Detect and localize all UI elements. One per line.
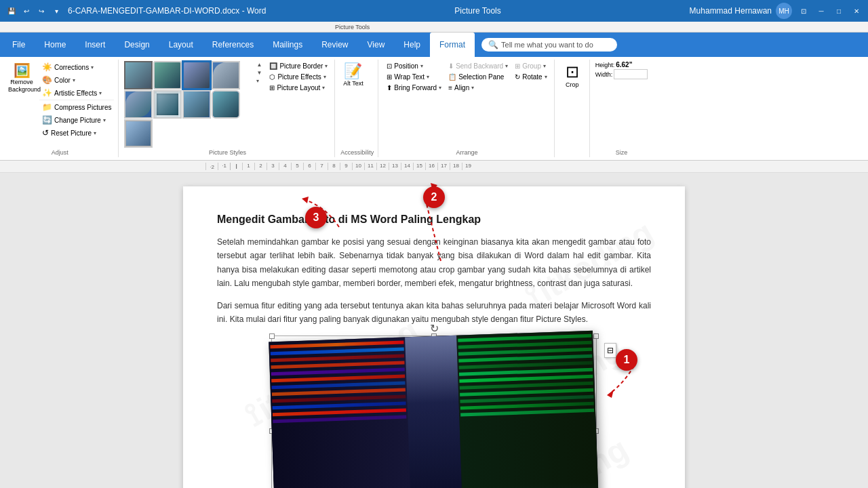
style-thumb-6[interactable] xyxy=(153,90,182,119)
rotate-btn[interactable]: ↻ Rotate ▾ xyxy=(512,72,549,82)
alt-text-icon: 📝 xyxy=(344,62,362,80)
change-arrow: ▾ xyxy=(103,117,106,123)
ruler-mark: 11 xyxy=(364,163,376,170)
ruler-mark: 19 xyxy=(462,163,474,170)
height-input-row: Height: 6.62" xyxy=(595,61,648,68)
align-btn[interactable]: ≡ Align ▾ xyxy=(446,83,511,93)
tab-layout[interactable]: Layout xyxy=(159,33,203,57)
picture-layout-btn[interactable]: ⊞ Picture Layout ▾ xyxy=(267,83,330,93)
selection-pane-btn[interactable]: 📋 Selection Pane xyxy=(446,72,511,82)
title-text: Mengedit Gambar/Foto di MS Word Paling L… xyxy=(217,214,481,225)
tab-references[interactable]: References xyxy=(203,33,263,57)
style-scroll-down[interactable]: ▼ xyxy=(256,69,262,77)
server-image[interactable] xyxy=(269,331,599,488)
position-btn[interactable]: ⊡ Position ▾ xyxy=(384,61,444,71)
ruler-mark: ·1 xyxy=(218,163,230,170)
arrange-col3: ⊞ Group ▾ ↻ Rotate ▾ xyxy=(512,61,549,82)
artistic-icon: ✨ xyxy=(42,88,52,98)
picture-layout-arrow: ▾ xyxy=(322,85,325,91)
maximize-btn[interactable]: □ xyxy=(833,5,845,17)
wrap-text-label: Wrap Text xyxy=(394,73,425,81)
tab-mailings[interactable]: Mailings xyxy=(263,33,312,57)
group-btn[interactable]: ⊞ Group ▾ xyxy=(512,61,549,71)
close-btn[interactable]: ✕ xyxy=(850,5,863,17)
tab-file[interactable]: File xyxy=(3,33,35,57)
minimize-btn[interactable]: ─ xyxy=(815,5,827,17)
group-icon: ⊞ xyxy=(515,62,520,70)
tab-insert[interactable]: Insert xyxy=(75,33,115,57)
tab-design[interactable]: Design xyxy=(115,33,159,57)
ruler-mark: 9 xyxy=(340,163,352,170)
corrections-icon: ☀️ xyxy=(42,62,52,72)
tab-format[interactable]: Format xyxy=(430,33,475,57)
redo-btn[interactable]: ↪ xyxy=(35,5,47,17)
tab-help[interactable]: Help xyxy=(394,33,430,57)
svg-marker-0 xyxy=(302,197,309,203)
picture-border-btn[interactable]: 🔲 Picture Border ▾ xyxy=(267,61,330,71)
customize-btn[interactable]: ▾ xyxy=(50,5,62,17)
alt-text-btn[interactable]: 📝 Alt Text xyxy=(340,61,366,89)
style-thumb-9[interactable] xyxy=(124,119,153,148)
crop-label: Crop xyxy=(566,81,579,89)
wrap-text-btn[interactable]: ⊞ Wrap Text ▾ xyxy=(384,72,444,82)
align-arrow: ▾ xyxy=(471,85,474,91)
tab-home[interactable]: Home xyxy=(35,33,75,57)
handle-top-left[interactable] xyxy=(269,333,275,339)
style-thumb-5[interactable] xyxy=(124,90,153,119)
artistic-arrow: ▾ xyxy=(99,90,102,96)
tab-review[interactable]: Review xyxy=(312,33,357,57)
width-input[interactable] xyxy=(614,69,648,79)
document-page: ⟟ itkoding ⟟ itkoding ⟟ itkoding ⟟ itkod… xyxy=(183,186,685,488)
artistic-effects-btn[interactable]: ✨ Artistic Effects ▾ xyxy=(39,87,114,99)
style-thumb-2[interactable] xyxy=(153,61,182,89)
save-quick-btn[interactable]: 💾 xyxy=(5,5,18,17)
remove-background-btn[interactable]: 🖼️ Remove Background xyxy=(5,61,38,95)
bring-forward-arrow: ▾ xyxy=(439,85,441,91)
tell-me-box[interactable]: 🔍 Tell me what you want to do xyxy=(481,38,617,52)
title-container: Mengedit Gambar/Foto di MS Word Paling L… xyxy=(217,214,651,226)
color-btn[interactable]: 🎨 Color ▾ xyxy=(39,74,114,86)
rotate-label: Rotate xyxy=(522,73,542,81)
ruler-mark: 18 xyxy=(450,163,462,170)
crop-btn[interactable]: ⊡ Crop xyxy=(560,61,585,90)
style-thumb-3[interactable] xyxy=(182,61,211,89)
ruler-mark: 17 xyxy=(437,163,450,170)
width-label: Width: xyxy=(595,71,613,78)
undo-btn[interactable]: ↩ xyxy=(20,5,33,17)
reset-picture-btn[interactable]: ↺ Reset Picture ▾ xyxy=(39,127,114,139)
tab-view[interactable]: View xyxy=(358,33,395,57)
picture-effects-btn[interactable]: ⬡ Picture Effects ▾ xyxy=(267,72,330,82)
color-arrow: ▾ xyxy=(73,77,75,83)
style-thumb-7[interactable] xyxy=(182,90,211,119)
style-thumb-8[interactable] xyxy=(212,90,240,119)
style-scroll-more[interactable]: ▾ xyxy=(256,77,262,85)
article-title: Mengedit Gambar/Foto di MS Word Paling L… xyxy=(217,214,651,226)
ruler-mark: 5 xyxy=(291,163,303,170)
title-bar: 💾 ↩ ↪ ▾ 6-CARA-MENGEDIT-GAMBAR-DI-WORD.d… xyxy=(0,0,868,22)
style-scroll-up[interactable]: ▲ xyxy=(256,61,262,68)
ribbon-display-btn[interactable]: ⊡ xyxy=(797,5,810,17)
tell-me-text: Tell me what you want to do xyxy=(501,41,593,49)
avatar[interactable]: MH xyxy=(776,3,792,19)
corrections-arrow: ▾ xyxy=(91,64,94,70)
group-arrow: ▾ xyxy=(543,63,546,69)
ruler-mark: 8 xyxy=(328,163,340,170)
style-thumb-4[interactable] xyxy=(212,61,240,89)
bring-forward-btn[interactable]: ⬆ Bring Forward ▾ xyxy=(384,83,444,93)
send-backward-btn[interactable]: ⬇ Send Backward ▾ xyxy=(446,61,511,71)
style-thumb-1[interactable] xyxy=(124,61,153,89)
change-picture-btn[interactable]: 🔄 Change Picture ▾ xyxy=(39,114,114,126)
user-info: Muhammad Hernawan MH xyxy=(690,3,792,19)
rotate-handle[interactable]: ↻ xyxy=(430,322,439,335)
color-icon: 🎨 xyxy=(42,75,52,85)
handle-top-right[interactable] xyxy=(593,333,599,339)
ruler-mark: 4 xyxy=(279,163,291,170)
corrections-btn[interactable]: ☀️ Corrections ▾ xyxy=(39,61,114,73)
ruler-mark: 6 xyxy=(303,163,315,170)
style-thumbnails xyxy=(124,61,253,148)
annotation-2: 2 xyxy=(423,186,445,208)
picture-effects-label: Picture Effects xyxy=(277,73,321,81)
remove-background-label: Remove Background xyxy=(8,79,35,94)
compress-btn[interactable]: 📁 Compress Pictures xyxy=(39,101,114,113)
layout-options-icon[interactable]: ⊟ xyxy=(604,343,616,358)
